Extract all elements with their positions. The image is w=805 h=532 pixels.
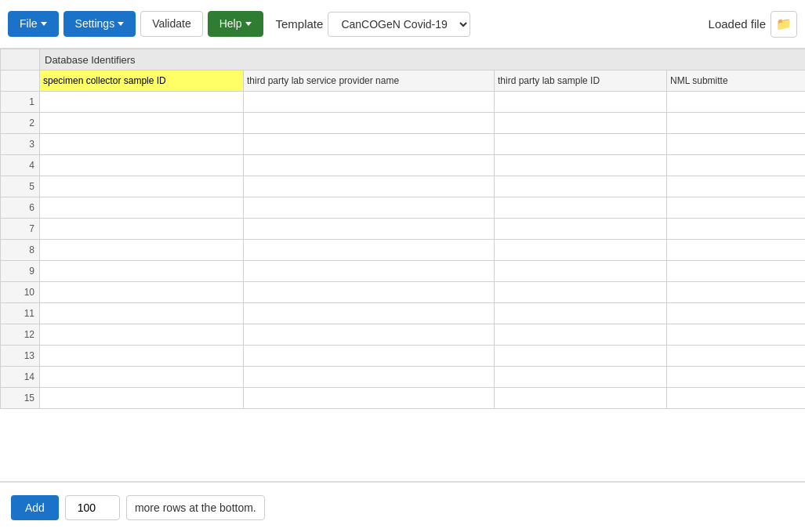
table-row: 12 (1, 324, 806, 346)
row-number-cell: 13 (1, 346, 40, 367)
data-cell[interactable] (667, 92, 806, 113)
data-cell[interactable] (495, 134, 667, 155)
data-cell[interactable] (495, 282, 667, 303)
rows-input[interactable] (65, 495, 120, 520)
loaded-file-button[interactable]: 📁 (771, 11, 797, 38)
validate-label: Validate (152, 17, 191, 30)
data-cell[interactable] (244, 324, 495, 346)
help-button[interactable]: Help (208, 11, 263, 38)
data-cell[interactable] (495, 303, 667, 324)
data-cell[interactable] (495, 240, 667, 261)
more-rows-label: more rows at the bottom. (126, 495, 265, 520)
col-header-third-party-sample[interactable]: third party lab sample ID (495, 71, 667, 92)
data-cell[interactable] (495, 219, 667, 240)
table-row: 15 (1, 388, 806, 409)
data-cell[interactable] (40, 324, 244, 346)
data-cell[interactable] (244, 388, 495, 409)
corner-cell (1, 49, 40, 71)
data-cell[interactable] (244, 197, 495, 219)
data-cell[interactable] (495, 261, 667, 282)
data-cell[interactable] (667, 197, 806, 219)
data-cell[interactable] (40, 346, 244, 367)
table-row: 7 (1, 219, 806, 240)
validate-button[interactable]: Validate (140, 11, 203, 38)
table-row: 4 (1, 155, 806, 176)
data-cell[interactable] (244, 261, 495, 282)
data-table: Database Identifiers specimen collector … (0, 49, 805, 409)
data-cell[interactable] (495, 176, 667, 197)
loaded-file-label: Loaded file (709, 17, 766, 31)
row-number-cell: 7 (1, 219, 40, 240)
data-cell[interactable] (244, 367, 495, 388)
data-cell[interactable] (667, 113, 806, 134)
data-cell[interactable] (40, 197, 244, 219)
template-select[interactable]: CanCOGeN Covid-19 (328, 12, 470, 37)
data-cell[interactable] (495, 113, 667, 134)
data-cell[interactable] (244, 176, 495, 197)
settings-label: Settings (75, 16, 115, 32)
table-row: 3 (1, 134, 806, 155)
data-cell[interactable] (495, 367, 667, 388)
data-cell[interactable] (667, 346, 806, 367)
help-label: Help (219, 16, 242, 32)
data-cell[interactable] (40, 367, 244, 388)
col-header-nml[interactable]: NML submitte (667, 71, 806, 92)
data-cell[interactable] (495, 346, 667, 367)
table-row: 8 (1, 240, 806, 261)
add-button[interactable]: Add (11, 495, 59, 520)
data-cell[interactable] (495, 388, 667, 409)
data-cell[interactable] (40, 261, 244, 282)
data-cell[interactable] (667, 240, 806, 261)
data-cell[interactable] (40, 155, 244, 176)
data-cell[interactable] (244, 113, 495, 134)
data-cell[interactable] (40, 282, 244, 303)
data-cell[interactable] (495, 324, 667, 346)
template-label: Template (276, 17, 324, 31)
data-cell[interactable] (244, 240, 495, 261)
data-cell[interactable] (244, 92, 495, 113)
data-cell[interactable] (244, 134, 495, 155)
data-cell[interactable] (40, 240, 244, 261)
data-cell[interactable] (40, 113, 244, 134)
data-cell[interactable] (40, 388, 244, 409)
data-cell[interactable] (244, 219, 495, 240)
file-caret-icon (41, 22, 47, 26)
group-header-cell: Database Identifiers (40, 49, 806, 71)
data-cell[interactable] (667, 134, 806, 155)
table-row: 1 (1, 92, 806, 113)
table-row: 14 (1, 367, 806, 388)
row-number-cell: 9 (1, 261, 40, 282)
data-cell[interactable] (40, 303, 244, 324)
data-cell[interactable] (495, 92, 667, 113)
settings-button[interactable]: Settings (63, 11, 136, 38)
data-cell[interactable] (244, 155, 495, 176)
file-label: File (20, 16, 38, 32)
table-row: 6 (1, 197, 806, 219)
group-header-row: Database Identifiers (1, 49, 806, 71)
data-cell[interactable] (244, 346, 495, 367)
data-cell[interactable] (667, 388, 806, 409)
row-number-cell: 14 (1, 367, 40, 388)
data-cell[interactable] (40, 134, 244, 155)
data-cell[interactable] (40, 92, 244, 113)
col-header-row: specimen collector sample ID third party… (1, 71, 806, 92)
data-cell[interactable] (667, 367, 806, 388)
data-cell[interactable] (667, 261, 806, 282)
data-cell[interactable] (667, 176, 806, 197)
row-number-cell: 8 (1, 240, 40, 261)
data-cell[interactable] (495, 197, 667, 219)
data-cell[interactable] (667, 155, 806, 176)
file-button[interactable]: File (8, 11, 59, 38)
data-cell[interactable] (244, 282, 495, 303)
data-cell[interactable] (244, 303, 495, 324)
table-row: 11 (1, 303, 806, 324)
data-cell[interactable] (40, 176, 244, 197)
data-cell[interactable] (667, 324, 806, 346)
col-header-third-party-name[interactable]: third party lab service provider name (244, 71, 495, 92)
data-cell[interactable] (667, 303, 806, 324)
col-header-specimen[interactable]: specimen collector sample ID (40, 71, 244, 92)
data-cell[interactable] (667, 282, 806, 303)
data-cell[interactable] (667, 219, 806, 240)
data-cell[interactable] (495, 155, 667, 176)
data-cell[interactable] (40, 219, 244, 240)
